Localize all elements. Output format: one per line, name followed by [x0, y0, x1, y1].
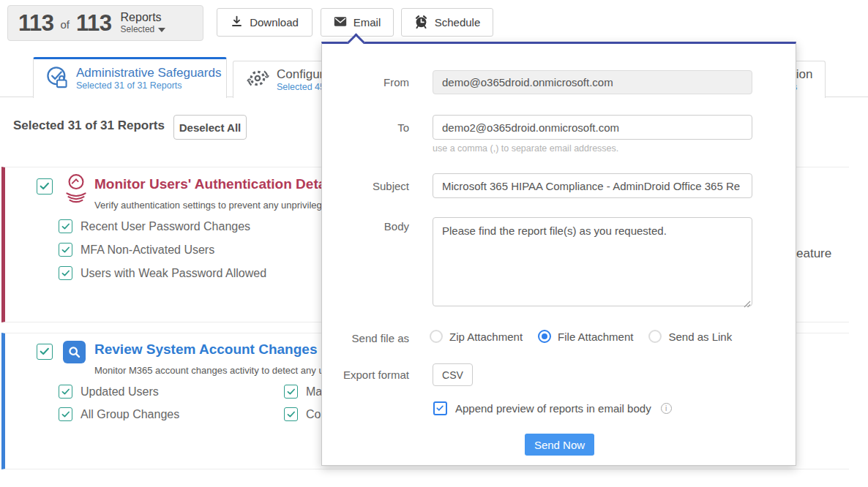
- email-button[interactable]: Email: [321, 8, 394, 37]
- tab-administrative-sub: Selected 31 of 31 Reports: [76, 80, 221, 92]
- radio-zip-attachment[interactable]: [430, 330, 443, 343]
- check-lock-icon: [45, 66, 69, 92]
- page: 113 of 113 Reports Selected Download Ema…: [0, 0, 868, 487]
- deselect-all-button[interactable]: Deselect All: [173, 115, 247, 140]
- report-item-label: Users with Weak Password Allowed: [81, 267, 266, 280]
- radio-file-attachment-label[interactable]: File Attachment: [558, 331, 633, 343]
- report-checkbox[interactable]: [59, 219, 72, 233]
- info-icon[interactable]: i: [661, 403, 672, 414]
- report-item-label: Updated Users: [81, 385, 159, 399]
- from-field: [433, 70, 752, 94]
- to-label: To: [322, 121, 409, 134]
- report-checkbox[interactable]: [59, 385, 72, 399]
- send-now-button[interactable]: Send Now: [525, 434, 594, 456]
- email-icon: [334, 16, 347, 29]
- report-item-label: MFA Non-Activated Users: [81, 244, 214, 257]
- to-hint: use a comma (,) to separate email addres…: [433, 143, 618, 154]
- gear-sync-icon: [247, 67, 270, 93]
- report-checkbox[interactable]: [59, 243, 72, 257]
- email-dialog: From To use a comma (,) to separate emai…: [321, 42, 796, 466]
- append-preview-label: Append preview of reports in email body: [455, 402, 651, 415]
- export-format-label: Export format: [322, 369, 409, 381]
- subject-label: Subject: [322, 180, 409, 192]
- subject-field[interactable]: [433, 173, 752, 198]
- selected-label: Selected: [121, 25, 155, 35]
- download-button[interactable]: Download: [217, 8, 313, 37]
- card1-title: Monitor Users' Authentication Details: [94, 176, 341, 192]
- background-text-fragment: eature: [796, 246, 831, 261]
- selected-count: 113: [18, 10, 54, 37]
- radio-send-as-link[interactable]: [648, 330, 662, 343]
- report-item-label: Recent User Password Changes: [81, 220, 250, 233]
- from-label: From: [322, 76, 409, 88]
- body-field[interactable]: Please find the report file(s) as you re…: [433, 217, 752, 306]
- download-icon: [231, 15, 243, 30]
- append-preview-checkbox[interactable]: [433, 401, 447, 415]
- total-count: 113: [76, 10, 112, 37]
- of-label: of: [59, 18, 72, 31]
- card2-checkbox[interactable]: [37, 344, 53, 360]
- send-file-as-label: Send file as: [322, 332, 409, 344]
- card2-title: Review System Account Changes: [94, 341, 317, 358]
- radio-zip-attachment-label[interactable]: Zip Attachment: [449, 331, 523, 343]
- report-item-label: All Group Changes: [81, 408, 179, 421]
- to-field[interactable]: [433, 115, 752, 140]
- card1-checkbox[interactable]: [37, 178, 53, 195]
- schedule-button-label: Schedule: [435, 16, 481, 29]
- export-format-csv-button[interactable]: CSV: [433, 363, 473, 386]
- caret-down-icon: [158, 28, 165, 32]
- radio-send-as-link-label[interactable]: Send as Link: [668, 331, 732, 343]
- report-checkbox[interactable]: [59, 407, 72, 421]
- reports-label: Reports: [121, 11, 166, 24]
- tab-administrative-safeguards[interactable]: Administrative Safeguards Selected 31 of…: [33, 57, 227, 98]
- body-label: Body: [322, 220, 409, 233]
- report-checkbox[interactable]: [59, 266, 72, 280]
- textarea-resize-handle[interactable]: [744, 298, 751, 311]
- download-button-label: Download: [250, 16, 299, 29]
- report-checkbox[interactable]: [284, 407, 298, 421]
- reports-selected-counter[interactable]: 113 of 113 Reports Selected: [7, 5, 203, 41]
- tab-administrative-label: Administrative Safeguards: [76, 65, 221, 80]
- search-icon: [63, 341, 86, 363]
- send-file-as-options: Zip Attachment File Attachment Send as L…: [430, 330, 741, 343]
- report-checkbox[interactable]: [284, 385, 298, 399]
- alarm-clock-icon: [414, 15, 428, 31]
- email-button-label: Email: [353, 16, 381, 29]
- radio-file-attachment[interactable]: [538, 330, 551, 343]
- fingerprint-icon: [63, 173, 89, 206]
- selection-summary: Selected 31 of 31 Reports: [13, 118, 165, 133]
- schedule-button[interactable]: Schedule: [401, 8, 493, 37]
